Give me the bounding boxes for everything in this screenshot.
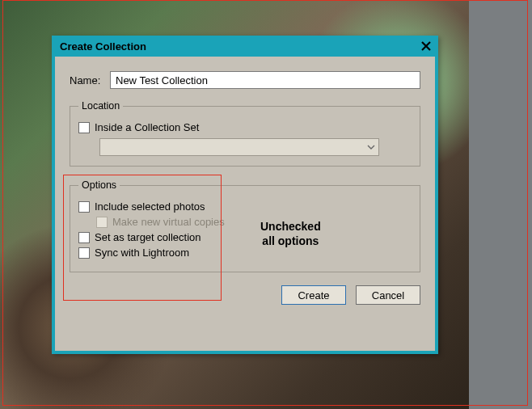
virtual-copies-checkbox xyxy=(96,217,108,228)
target-collection-row: Set as target collection xyxy=(78,231,412,243)
sync-label: Sync with Lightroom xyxy=(95,247,189,259)
sync-row: Sync with Lightroom xyxy=(78,247,412,259)
sync-checkbox[interactable] xyxy=(78,247,90,259)
target-collection-label: Set as target collection xyxy=(95,231,201,243)
location-legend: Location xyxy=(78,100,123,112)
dialog-title: Create Collection xyxy=(60,40,146,53)
close-button[interactable] xyxy=(414,36,438,57)
include-selected-row: Include selected photos xyxy=(78,200,412,213)
create-button[interactable]: Create xyxy=(281,285,346,305)
create-collection-dialog: Create Collection Name: Location Inside … xyxy=(52,36,438,354)
close-icon xyxy=(421,41,431,51)
dialog-titlebar: Create Collection xyxy=(52,36,438,57)
cancel-button-label: Cancel xyxy=(372,289,404,301)
options-fieldset: Options Include selected photos Make new… xyxy=(70,179,420,272)
inside-set-row: Inside a Collection Set xyxy=(78,121,412,133)
inside-set-label: Inside a Collection Set xyxy=(95,121,199,133)
virtual-copies-label: Make new virtual copies xyxy=(112,216,225,228)
button-row: Create Cancel xyxy=(70,285,420,305)
collection-name-input[interactable] xyxy=(110,71,420,89)
include-selected-checkbox[interactable] xyxy=(78,201,90,213)
inside-set-checkbox[interactable] xyxy=(78,122,90,133)
dialog-body: Name: Location Inside a Collection Set O… xyxy=(55,57,435,314)
chevron-down-icon xyxy=(367,143,375,151)
name-row: Name: xyxy=(70,71,420,89)
target-collection-checkbox[interactable] xyxy=(78,232,90,243)
name-label: Name: xyxy=(70,74,105,86)
include-selected-label: Include selected photos xyxy=(95,200,205,213)
create-button-label: Create xyxy=(298,289,329,301)
cancel-button[interactable]: Cancel xyxy=(356,285,420,305)
options-wrap: Options Include selected photos Make new… xyxy=(70,179,420,272)
options-legend: Options xyxy=(78,179,120,191)
location-fieldset: Location Inside a Collection Set xyxy=(70,100,420,167)
collection-set-dropdown[interactable] xyxy=(99,138,379,156)
virtual-copies-row: Make new virtual copies xyxy=(78,216,412,228)
